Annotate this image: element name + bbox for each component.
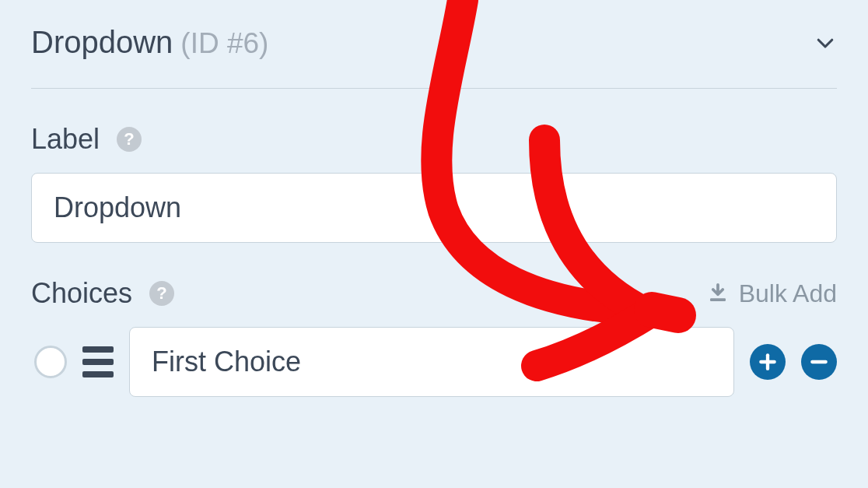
choice-input[interactable] <box>129 327 734 397</box>
svg-rect-0 <box>710 298 726 301</box>
choices-header-row: Choices ? Bulk Add <box>31 277 837 310</box>
help-icon[interactable]: ? <box>149 281 174 306</box>
add-choice-button[interactable] <box>750 344 786 380</box>
choice-row <box>31 327 837 397</box>
field-title: Dropdown (ID #6) <box>31 25 268 60</box>
help-icon[interactable]: ? <box>117 127 142 152</box>
label-heading: Label <box>31 123 100 156</box>
remove-choice-button[interactable] <box>801 344 837 380</box>
label-section: Label ? <box>31 123 837 243</box>
field-id: (ID #6) <box>180 27 268 60</box>
bulk-add-label: Bulk Add <box>739 279 837 308</box>
label-header-row: Label ? <box>31 123 837 156</box>
default-choice-radio[interactable] <box>34 346 67 378</box>
bulk-add-button[interactable]: Bulk Add <box>706 279 837 308</box>
drag-handle-icon[interactable] <box>82 346 114 377</box>
chevron-down-icon[interactable] <box>814 31 837 54</box>
label-input[interactable] <box>31 173 837 243</box>
field-type-name: Dropdown <box>31 25 173 60</box>
field-header: Dropdown (ID #6) <box>31 25 837 89</box>
choices-heading: Choices <box>31 277 132 310</box>
download-icon <box>706 282 730 305</box>
choices-section: Choices ? Bulk Add <box>31 277 837 397</box>
field-options-panel: Dropdown (ID #6) Label ? Choices ? <box>0 0 868 397</box>
